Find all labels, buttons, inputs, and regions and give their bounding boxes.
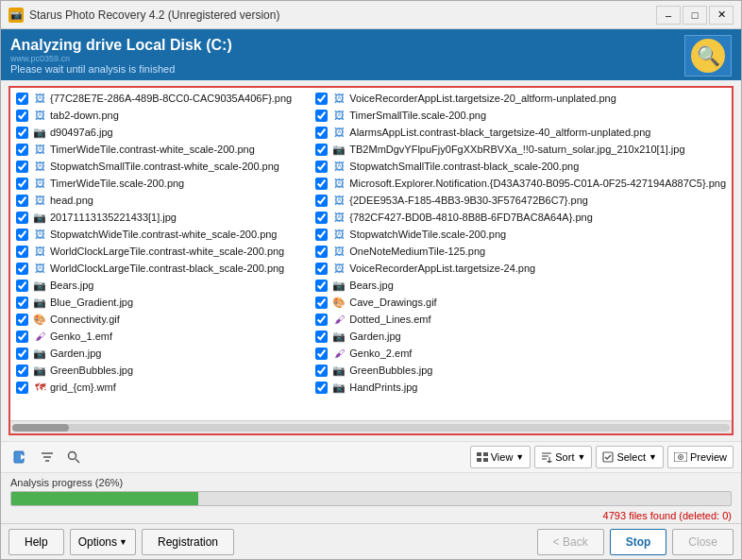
file-name: GreenBubbles.jpg bbox=[349, 365, 432, 376]
sort-button[interactable]: Sort ▼ bbox=[534, 446, 592, 468]
progress-label: Analysis progress (26%) bbox=[10, 477, 732, 488]
list-item: 🖼StopwatchWideTile.contrast-white_scale-… bbox=[12, 226, 312, 243]
stop-button[interactable]: Stop bbox=[610, 529, 667, 555]
select-arrow: ▼ bbox=[649, 452, 657, 462]
file-checkbox[interactable] bbox=[16, 314, 28, 326]
file-checkbox[interactable] bbox=[16, 365, 28, 377]
file-checkbox[interactable] bbox=[315, 280, 328, 292]
list-item: 🎨Connectivity.gif bbox=[12, 311, 312, 328]
file-name: WorldClockLargeTile.contrast-black_scale… bbox=[50, 263, 284, 274]
file-type-icon: 📷 bbox=[32, 346, 47, 361]
file-name: Genko_2.emf bbox=[349, 348, 412, 359]
file-checkbox[interactable] bbox=[315, 314, 328, 326]
file-checkbox[interactable] bbox=[315, 382, 328, 394]
header-subtitle: Please wait until analysis is finished bbox=[10, 63, 232, 75]
options-button[interactable]: Options ▼ bbox=[70, 529, 136, 555]
file-checkbox[interactable] bbox=[16, 110, 28, 122]
files-found: 4793 files found (deleted: 0) bbox=[1, 508, 741, 523]
file-checkbox[interactable] bbox=[16, 263, 28, 275]
svg-rect-9 bbox=[477, 458, 481, 462]
list-item: 📷Garden.jpg bbox=[12, 345, 312, 362]
svg-rect-8 bbox=[483, 452, 488, 456]
registration-button[interactable]: Registration bbox=[142, 529, 234, 555]
list-item: 🗺grid_{cm}.wmf bbox=[12, 379, 312, 396]
file-checkbox[interactable] bbox=[16, 331, 28, 343]
file-checkbox[interactable] bbox=[16, 93, 28, 105]
view-arrow: ▼ bbox=[515, 452, 524, 462]
file-checkbox[interactable] bbox=[315, 229, 328, 241]
file-type-icon: 🖼 bbox=[32, 193, 47, 208]
app-icon: 📷 bbox=[8, 8, 24, 23]
file-name: TimerSmallTile.scale-200.png bbox=[349, 110, 486, 121]
file-checkbox[interactable] bbox=[315, 331, 328, 343]
search-button[interactable] bbox=[61, 445, 86, 469]
file-checkbox[interactable] bbox=[16, 161, 28, 173]
file-checkbox[interactable] bbox=[315, 212, 328, 224]
list-item: 🖼OneNoteMediumTile-125.png bbox=[312, 243, 730, 260]
file-list-container: 🖼{77C28E7E-286A-489B-8CC0-CAC9035A406F}.… bbox=[8, 86, 734, 435]
file-checkbox[interactable] bbox=[16, 195, 28, 207]
svg-rect-10 bbox=[483, 458, 488, 462]
file-name: TimerWideTile.contrast-white_scale-200.p… bbox=[50, 144, 255, 155]
back-button[interactable]: < Back bbox=[537, 529, 604, 555]
list-item: 🖼WorldClockLargeTile.contrast-white_scal… bbox=[12, 243, 312, 260]
file-checkbox[interactable] bbox=[315, 246, 328, 258]
file-type-icon: 🖼 bbox=[331, 176, 346, 191]
maximize-button[interactable]: □ bbox=[683, 6, 707, 25]
file-checkbox[interactable] bbox=[315, 93, 328, 105]
list-item: 🖼StopwatchSmallTile.contrast-white_scale… bbox=[12, 158, 312, 175]
file-checkbox[interactable] bbox=[16, 212, 28, 224]
file-checkbox[interactable] bbox=[315, 110, 328, 122]
file-list-scroll[interactable]: 🖼{77C28E7E-286A-489B-8CC0-CAC9035A406F}.… bbox=[10, 88, 732, 420]
file-type-icon: 🖼 bbox=[331, 108, 346, 123]
file-checkbox[interactable] bbox=[16, 246, 28, 258]
file-type-icon: 📷 bbox=[331, 363, 346, 378]
file-type-icon: 📷 bbox=[331, 380, 346, 395]
file-checkbox[interactable] bbox=[16, 382, 28, 394]
file-checkbox[interactable] bbox=[16, 280, 28, 292]
progress-fill bbox=[11, 492, 198, 505]
filter-button[interactable] bbox=[35, 445, 59, 469]
file-checkbox[interactable] bbox=[16, 144, 28, 156]
file-checkbox[interactable] bbox=[315, 161, 328, 173]
close-button[interactable]: Close bbox=[672, 529, 734, 555]
preview-button[interactable]: Preview bbox=[667, 446, 734, 468]
view-button[interactable]: View ▼ bbox=[470, 446, 531, 468]
file-checkbox[interactable] bbox=[315, 195, 328, 207]
file-checkbox[interactable] bbox=[315, 297, 328, 309]
file-checkbox[interactable] bbox=[16, 297, 28, 309]
file-name: StopwatchWideTile.contrast-white_scale-2… bbox=[50, 229, 278, 240]
file-checkbox[interactable] bbox=[315, 263, 328, 275]
select-button[interactable]: Select ▼ bbox=[596, 446, 664, 468]
recover-button[interactable] bbox=[8, 445, 33, 469]
list-item: 🖼AlarmsAppList.contrast-black_targetsize… bbox=[312, 124, 730, 141]
close-window-button[interactable]: ✕ bbox=[709, 6, 734, 25]
file-checkbox[interactable] bbox=[315, 365, 328, 377]
list-item: 📷HandPrints.jpg bbox=[312, 379, 730, 396]
svg-point-5 bbox=[69, 452, 76, 460]
file-checkbox[interactable] bbox=[315, 127, 328, 139]
file-checkbox[interactable] bbox=[315, 348, 328, 360]
minimize-button[interactable]: – bbox=[656, 6, 681, 25]
scrollbar-thumb[interactable] bbox=[12, 424, 69, 432]
file-checkbox[interactable] bbox=[16, 348, 28, 360]
list-item: 🖼StopwatchWideTile.scale-200.png bbox=[312, 226, 730, 243]
file-checkbox[interactable] bbox=[16, 127, 28, 139]
file-type-icon: 🗺 bbox=[32, 380, 47, 395]
logo-icon: 🔍 bbox=[691, 39, 725, 73]
file-type-icon: 🖼 bbox=[32, 142, 47, 157]
svg-point-19 bbox=[680, 456, 682, 458]
file-name: {2DEE953A-F185-4BB3-9B30-3F576472B6C7}.p… bbox=[349, 195, 588, 206]
file-checkbox[interactable] bbox=[315, 144, 328, 156]
file-type-icon: 🖼 bbox=[331, 244, 346, 259]
file-checkbox[interactable] bbox=[16, 178, 28, 190]
file-type-icon: 📷 bbox=[32, 363, 47, 378]
list-item: 📷Bears.jpg bbox=[312, 277, 730, 294]
horizontal-scrollbar[interactable] bbox=[10, 420, 732, 433]
file-checkbox[interactable] bbox=[315, 178, 328, 190]
help-button[interactable]: Help bbox=[8, 529, 64, 555]
file-name: VoiceRecorderAppList.targetsize-24.png bbox=[349, 263, 535, 274]
scrollbar-track[interactable] bbox=[12, 424, 730, 432]
file-checkbox[interactable] bbox=[16, 229, 28, 241]
file-type-icon: 📷 bbox=[331, 329, 346, 344]
